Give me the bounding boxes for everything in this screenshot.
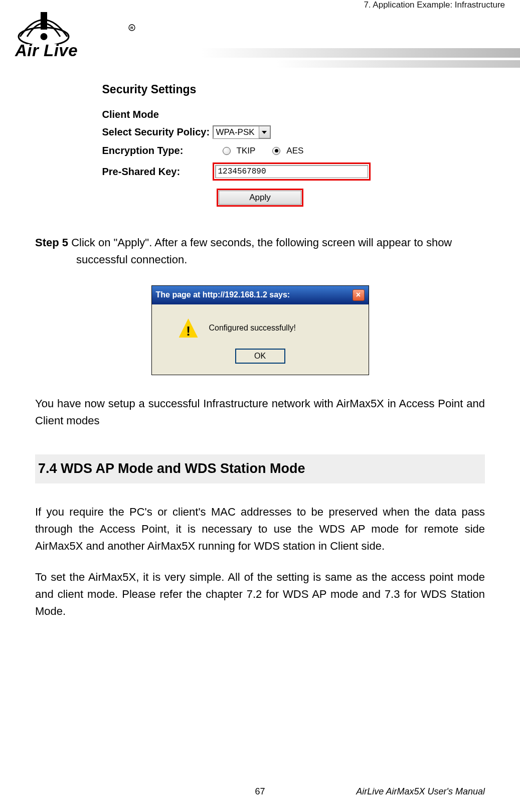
brand-logo: Air Live R: [15, 9, 78, 60]
dialog-title: The page at http://192.168.1.2 says:: [156, 289, 290, 301]
security-title: Security Settings: [102, 83, 418, 96]
encryption-options: TKIP AES: [223, 146, 304, 156]
ok-button[interactable]: OK: [235, 349, 285, 364]
client-mode-label: Client Mode: [102, 109, 418, 120]
apply-highlight: Apply: [217, 189, 303, 207]
radio-tkip-label: TKIP: [237, 146, 256, 156]
chevron-down-icon: [259, 126, 270, 138]
confirm-dialog: The page at http://192.168.1.2 says: × C…: [151, 285, 369, 375]
header-rule-1: [201, 48, 520, 58]
policy-value: WPA-PSK: [216, 127, 259, 137]
apply-button[interactable]: Apply: [219, 191, 301, 205]
svg-rect-1: [41, 12, 47, 30]
policy-select[interactable]: WPA-PSK: [213, 125, 271, 139]
step5-label: Step 5: [35, 236, 68, 249]
logo-wave-icon: [15, 9, 73, 44]
psk-highlight: [213, 163, 371, 181]
step5-line1: Step 5 Click on "Apply". After a few sec…: [35, 234, 485, 251]
radio-aes-label: AES: [286, 146, 303, 156]
security-settings-panel: Security Settings Client Mode Select Sec…: [102, 83, 418, 207]
psk-label: Pre-Shared Key:: [102, 166, 213, 178]
psk-row: Pre-Shared Key:: [102, 163, 418, 181]
step5-text1: Click on "Apply". After a few seconds, t…: [68, 236, 452, 249]
psk-input[interactable]: [215, 165, 368, 178]
wds-paragraph-2: To set the AirMax5X, it is very simple. …: [35, 569, 485, 620]
warning-icon: [179, 318, 198, 338]
encryption-row: Encryption Type: TKIP AES: [102, 145, 418, 156]
wds-paragraph-1: If you require the PC's or client's MAC …: [35, 504, 485, 555]
svg-point-2: [41, 33, 48, 40]
section-7-4-heading: 7.4 WDS AP Mode and WDS Station Mode: [35, 454, 485, 483]
step5-line2: successful connection.: [35, 251, 485, 268]
dialog-message: Configured successfully!: [209, 322, 296, 335]
page-header: Air Live R 7. Application Example: Infra…: [0, 0, 520, 70]
chapter-label: 7. Application Example: Infrastructure: [364, 0, 505, 10]
close-icon[interactable]: ×: [353, 289, 365, 301]
svg-text:R: R: [130, 26, 133, 30]
radio-aes[interactable]: [272, 147, 280, 155]
policy-row: Select Security Policy: WPA-PSK: [102, 125, 418, 139]
encryption-label: Encryption Type:: [102, 145, 213, 156]
page-number: 67: [255, 786, 265, 796]
page-footer: 67 AirLive AirMax5X User's Manual: [0, 786, 520, 797]
conclusion-text: You have now setup a successful Infrastr…: [35, 395, 485, 429]
policy-label: Select Security Policy:: [102, 126, 213, 138]
registered-icon: R: [128, 24, 135, 31]
header-rule-2: [276, 60, 520, 68]
radio-tkip[interactable]: [223, 147, 231, 155]
footer-right: AirLive AirMax5X User's Manual: [356, 786, 485, 797]
